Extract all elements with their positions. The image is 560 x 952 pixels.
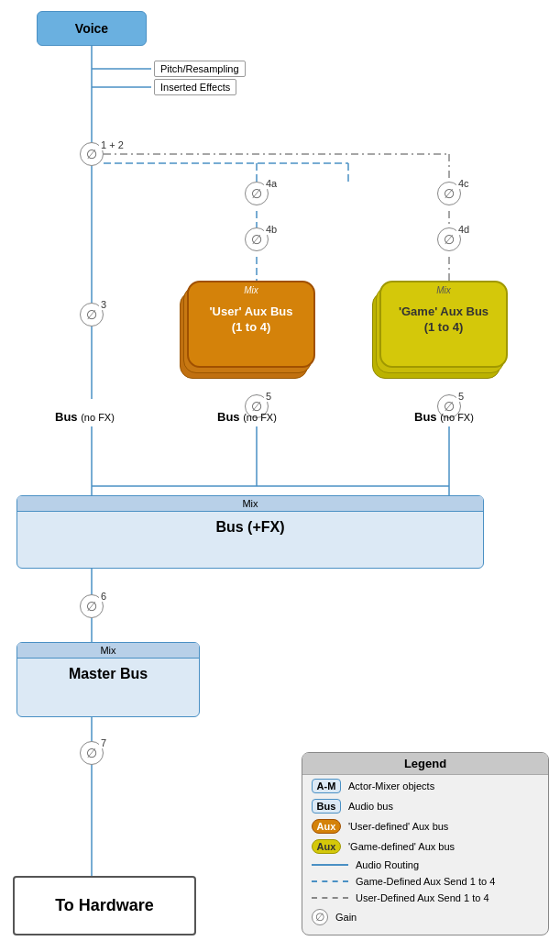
bus-nofx-right: Bus (no FX): [414, 410, 474, 424]
legend-row-aux-game: Aux 'Game-defined' Aux bus: [302, 836, 548, 856]
legend-badge-aux-game: Aux: [312, 839, 341, 854]
gain-4a-label: 4a: [264, 178, 279, 189]
legend-row-game-aux-send: Game-Defined Aux Send 1 to 4: [302, 872, 548, 889]
legend-row-aux-user: Aux 'User-defined' Aux bus: [302, 815, 548, 836]
legend-badge-am: A-M: [312, 779, 341, 793]
gain-1-label: 1 + 2: [99, 139, 126, 150]
bus-main-mix-header: Mix: [17, 496, 483, 512]
legend-text-gain: Gain: [335, 912, 357, 923]
user-aux-mix-header: Mix: [189, 282, 313, 297]
voice-label: Voice: [75, 21, 108, 36]
to-hardware-label: To Hardware: [55, 896, 154, 915]
gain-3-label: 3: [99, 299, 108, 310]
legend-text-game-aux-send: Game-Defined Aux Send 1 to 4: [356, 876, 495, 887]
master-bus-mix-header: Mix: [17, 643, 199, 659]
legend-gain-icon: ∅: [312, 909, 328, 925]
legend-text-bus: Audio bus: [348, 801, 393, 812]
gain-5b-label: 5: [456, 391, 466, 402]
gain-7-label: 7: [99, 737, 108, 748]
legend-text-aux-game: 'Game-defined' Aux bus: [348, 841, 455, 852]
gain-4d-label: 4d: [456, 224, 471, 235]
bus-nofx-mid: Bus (no FX): [217, 410, 277, 424]
gain-6-label: 6: [99, 591, 108, 602]
user-aux-content: 'User' Aux Bus (1 to 4): [189, 297, 313, 336]
user-aux-card-front: Mix 'User' Aux Bus (1 to 4): [187, 281, 315, 368]
game-aux-mix-header: Mix: [381, 282, 506, 297]
legend-badge-aux-user: Aux: [312, 819, 341, 834]
gain-5a-label: 5: [264, 391, 273, 402]
legend-row-am: A-M Actor-Mixer objects: [302, 775, 548, 795]
legend-title: Legend: [302, 753, 548, 775]
master-bus-content: Master Bus: [17, 659, 199, 690]
master-bus-box: Mix Master Bus: [16, 642, 200, 717]
gain-4b-label: 4b: [264, 224, 279, 235]
legend-row-gain: ∅ Gain: [302, 905, 548, 927]
voice-box: Voice: [37, 11, 147, 46]
legend-badge-bus: Bus: [312, 799, 341, 814]
legend-box: Legend A-M Actor-Mixer objects Bus Audio…: [302, 752, 549, 935]
bus-nofx-left: Bus (no FX): [55, 410, 115, 424]
legend-text-audio-routing: Audio Routing: [356, 859, 419, 870]
bus-main-box: Mix Bus (+FX): [16, 495, 484, 569]
legend-text-aux-user: 'User-defined' Aux bus: [348, 821, 448, 832]
gain-4c-label: 4c: [456, 178, 471, 189]
inserted-effects-label: Inserted Effects: [154, 79, 236, 95]
pitch-resampling-label: Pitch/Resampling: [154, 61, 246, 77]
game-aux-card-front: Mix 'Game' Aux Bus (1 to 4): [379, 281, 508, 368]
legend-text-am: Actor-Mixer objects: [348, 780, 434, 791]
legend-line-solid: [312, 864, 348, 866]
legend-row-bus: Bus Audio bus: [302, 795, 548, 815]
legend-line-dashdot-gray: [312, 897, 348, 899]
game-aux-content: 'Game' Aux Bus (1 to 4): [381, 297, 506, 336]
diagram-container: Voice Pitch/Resampling Inserted Effects …: [0, 0, 560, 952]
legend-row-audio-routing: Audio Routing: [302, 856, 548, 872]
to-hardware-box: To Hardware: [13, 876, 196, 935]
legend-text-user-aux-send: User-Defined Aux Send 1 to 4: [356, 892, 489, 903]
legend-row-user-aux-send: User-Defined Aux Send 1 to 4: [302, 889, 548, 905]
legend-line-dashed-blue: [312, 880, 348, 882]
bus-main-content: Bus (+FX): [17, 512, 483, 543]
